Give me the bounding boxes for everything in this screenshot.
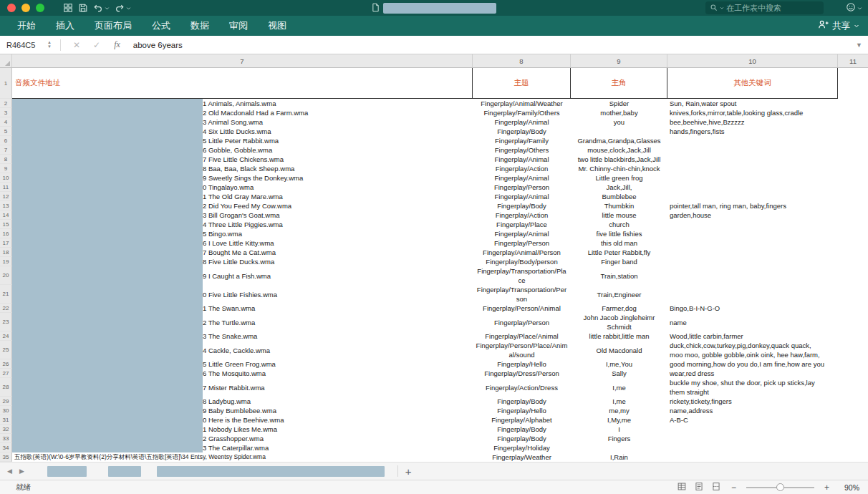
row-header[interactable]: 15 (0, 220, 12, 229)
cell-empty[interactable] (838, 99, 868, 108)
cell-keywords[interactable]: garden,house (667, 210, 838, 220)
cell-theme[interactable]: Fingerplay/Animal (473, 229, 571, 238)
cell-keywords[interactable]: A-B-C (667, 415, 838, 425)
cell-role[interactable]: Bumblebee (571, 192, 667, 201)
cell-role[interactable]: Train,station (571, 266, 667, 285)
row-header[interactable]: 20 (0, 266, 12, 285)
cell-keywords[interactable]: knives,forks,mirror,table,looking glass,… (667, 108, 838, 117)
insert-function-icon[interactable]: fx (114, 39, 120, 50)
cell-theme[interactable]: Fingerplay/Action/Dress (473, 378, 571, 397)
add-sheet-button[interactable]: + (405, 465, 412, 478)
cell-file[interactable]: 五指歌(英语)(W:\0-6岁早教资料(2)分享材料\英语\五指歌[英语]\34… (12, 452, 473, 462)
cell-keywords-header[interactable]: 其他关键词 (667, 68, 838, 99)
cell-empty[interactable] (838, 266, 868, 285)
row-header[interactable]: 25 (0, 341, 12, 359)
cell-empty[interactable] (838, 248, 868, 257)
name-box[interactable]: R464C5 (0, 41, 44, 49)
cell-empty[interactable] (838, 257, 868, 266)
cell-theme[interactable]: Fingerplay/Person (473, 183, 571, 192)
row-header[interactable]: 12 (0, 192, 12, 201)
cell-keywords[interactable]: wear,red dress (667, 369, 838, 378)
cell-empty[interactable] (838, 220, 868, 229)
cell-theme[interactable]: Fingerplay/Holiday (473, 443, 571, 452)
cell-keywords[interactable]: Sun, Rain,water spout (667, 99, 838, 108)
cell-empty[interactable] (838, 331, 868, 341)
cell-theme[interactable]: Fingerplay/Body (473, 127, 571, 136)
cell-empty[interactable] (838, 406, 868, 415)
column-header-8[interactable]: 8 (473, 54, 571, 67)
row-header[interactable]: 24 (0, 331, 12, 341)
confirm-entry-icon[interactable]: ✓ (93, 40, 100, 50)
cell-empty[interactable] (838, 164, 868, 173)
cell-empty[interactable] (838, 434, 868, 443)
row-header[interactable]: 33 (0, 434, 12, 443)
next-sheet-icon[interactable]: ▶ (19, 468, 24, 475)
cell-role[interactable]: two little blackbirds,Jack,Jill (571, 155, 667, 164)
tab-page-layout[interactable]: 页面布局 (85, 16, 142, 36)
cell-empty[interactable] (838, 210, 868, 220)
cell-empty[interactable] (838, 183, 868, 192)
cell-role[interactable]: Farmer,dog (571, 304, 667, 313)
workbook-search[interactable] (705, 1, 824, 14)
cell-keywords[interactable] (667, 248, 838, 257)
cell-keywords[interactable] (667, 136, 838, 145)
cell-role[interactable]: Little Peter Rabbit,fly (571, 248, 667, 257)
row-header[interactable]: 7 (0, 145, 12, 155)
row-header[interactable]: 14 (0, 210, 12, 220)
cell-theme[interactable]: Fingerplay/Place (473, 220, 571, 229)
cell-theme[interactable]: Fingerplay/Animal (473, 173, 571, 183)
cell-role[interactable] (571, 127, 667, 136)
cell-theme[interactable]: Fingerplay/Hello (473, 359, 571, 369)
normal-view-icon[interactable] (677, 482, 687, 493)
cell-keywords[interactable]: hands,fingers,fists (667, 127, 838, 136)
row-header[interactable]: 31 (0, 415, 12, 425)
prev-sheet-icon[interactable]: ◀ (7, 468, 12, 475)
cell-keywords[interactable] (667, 434, 838, 443)
cell-role[interactable]: this old man (571, 238, 667, 248)
row-header[interactable]: 35 (0, 452, 12, 462)
cell-keywords[interactable]: Wood,little carbin,farmer (667, 331, 838, 341)
row-header[interactable]: 23 (0, 313, 12, 331)
cell-role[interactable]: I,me,You (571, 359, 667, 369)
cell-role[interactable]: me,my (571, 406, 667, 415)
cell-theme[interactable]: Fingerplay/Body/person (473, 257, 571, 266)
cell-empty[interactable] (838, 285, 868, 304)
zoom-slider-knob[interactable] (776, 483, 784, 491)
cell-keywords[interactable]: bee,beehive,hive,Bzzzzz (667, 117, 838, 127)
column-header-10[interactable]: 10 (667, 54, 838, 67)
cell-role[interactable]: I (571, 425, 667, 434)
tab-home[interactable]: 开始 (7, 16, 46, 36)
tab-insert[interactable]: 插入 (46, 16, 85, 36)
row-header[interactable]: 16 (0, 229, 12, 238)
cell-role-header[interactable]: 主角 (571, 68, 667, 99)
cell-role[interactable]: five little fishies (571, 229, 667, 238)
redo-icon[interactable] (115, 3, 131, 13)
cell-empty[interactable] (838, 127, 868, 136)
cell-theme-header[interactable]: 主题 (473, 68, 571, 99)
cell-theme[interactable]: Fingerplay/Transportation/Per son (473, 285, 571, 304)
column-header-11[interactable]: 11 (838, 54, 868, 67)
cell-role[interactable]: Jack,Jill, (571, 183, 667, 192)
cell-empty[interactable] (838, 201, 868, 210)
cell-empty[interactable] (838, 155, 868, 164)
cell-keywords[interactable]: name,address (667, 406, 838, 415)
cell-keywords[interactable] (667, 173, 838, 183)
row-header[interactable]: 21 (0, 285, 12, 304)
cell-role[interactable]: Old Macdonald (571, 341, 667, 359)
row-header[interactable]: 30 (0, 406, 12, 415)
row-header[interactable]: 2 (0, 99, 12, 108)
row-header[interactable]: 3 (0, 108, 12, 117)
cell-empty[interactable] (838, 313, 868, 331)
zoom-out-button[interactable]: − (731, 483, 736, 493)
row-header[interactable]: 6 (0, 136, 12, 145)
zoom-in-button[interactable]: + (824, 483, 829, 493)
cell-theme[interactable]: Fingerplay/Person (473, 313, 571, 331)
cell-theme[interactable]: Fingerplay/Transportation/Pla ce (473, 266, 571, 285)
cell-theme[interactable]: Fingerplay/Body (473, 425, 571, 434)
cell-role[interactable]: mouse,clock,Jack,Jill (571, 145, 667, 155)
zoom-slider[interactable] (746, 487, 814, 488)
zoom-percentage[interactable]: 90% (839, 483, 859, 492)
tab-review[interactable]: 审阅 (219, 16, 258, 36)
cell-role[interactable]: little mouse (571, 210, 667, 220)
cell-empty[interactable] (838, 397, 868, 406)
